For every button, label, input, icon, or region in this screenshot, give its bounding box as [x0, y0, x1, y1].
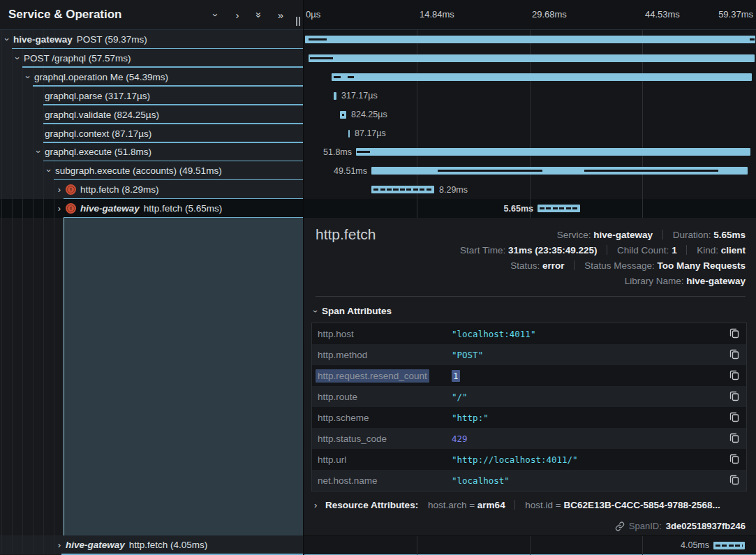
span-name: graphql.validate (824.25µs) [45, 110, 159, 120]
copy-icon[interactable] [728, 327, 741, 340]
bar-row [304, 30, 756, 49]
bar-duration-label: 5.65ms [504, 204, 533, 214]
span-name: subgraph.execute (accounts) (49.51ms) [55, 165, 222, 176]
meta-status-message: Too Many Requests [657, 260, 746, 271]
copy-icon[interactable] [728, 369, 741, 382]
tree-row[interactable]: › ! http.fetch (8.29ms) [0, 180, 304, 199]
bar-row: 8.29ms [304, 180, 756, 199]
copy-icon[interactable] [728, 348, 741, 361]
tree-row[interactable]: graphql.context (87.17µs) [0, 124, 304, 143]
meta-child-count: 1 [672, 245, 677, 256]
span-bar[interactable] [305, 36, 755, 43]
tree-row[interactable]: › subgraph.execute (accounts) (49.51ms) [0, 161, 304, 180]
expand-all-icon[interactable]: » [276, 10, 286, 20]
bar-duration-label: 4.05ms [681, 540, 709, 550]
span-name: POST (59.37ms) [77, 34, 147, 45]
tick-label: 14.84ms [420, 9, 454, 20]
span-bar[interactable] [356, 148, 750, 156]
attribute-value: "http://localhost:4011/" [452, 454, 578, 465]
chevron-right-icon[interactable]: › [55, 203, 64, 214]
tree-row[interactable]: › POST /graphql (57.57ms) [0, 49, 304, 68]
span-bar[interactable] [371, 167, 748, 175]
panel-resize-handle[interactable] [296, 17, 302, 26]
meta-start-time: 31ms (23:35:49.225) [508, 245, 598, 256]
copy-icon[interactable] [728, 411, 741, 424]
bar-row: 87.17µs [304, 124, 756, 143]
tree-row-root[interactable]: › hive-gateway POST (59.37ms) [0, 30, 304, 49]
span-bar[interactable] [371, 186, 434, 193]
bar-duration-label: 824.25µs [351, 110, 387, 119]
collapse-one-icon[interactable]: › [211, 10, 221, 20]
span-bar[interactable] [538, 205, 580, 212]
bar-duration-label: 87.17µs [355, 128, 386, 138]
chevron-down-icon[interactable]: › [13, 53, 22, 64]
gridline [530, 536, 531, 555]
link-icon[interactable] [615, 521, 625, 531]
bar-duration-label: 51.8ms [323, 147, 352, 157]
span-meta: Service: hive-gateway Duration: 5.65ms S… [460, 228, 746, 289]
attribute-key: http.route [318, 392, 357, 402]
row-underline [43, 123, 304, 124]
span-id-value: 3de02518937fb246 [666, 521, 746, 531]
span-name: graphql.context (87.17µs) [45, 128, 151, 139]
attribute-key: http.url [318, 454, 346, 465]
tree-row[interactable]: graphql.parse (317.17µs) [0, 87, 304, 105]
copy-icon[interactable] [728, 432, 741, 445]
row-underline [43, 104, 304, 105]
attribute-key: http.method [318, 350, 367, 360]
tree-row[interactable]: graphql.validate (824.25µs) [0, 105, 304, 124]
copy-icon[interactable] [728, 453, 741, 466]
timeline-ruler: 0µs 14.84ms 29.68ms 44.53ms 59.37ms [304, 0, 756, 30]
span-name: POST /graphql (57.57ms) [24, 53, 131, 64]
copy-icon[interactable] [728, 390, 741, 403]
expanded-span-region [64, 218, 304, 535]
panel-title: Service & Operation [0, 8, 122, 22]
divider [316, 296, 746, 297]
chevron-down-icon[interactable]: › [24, 72, 32, 82]
tree-row[interactable]: › hive-gateway http.fetch (4.05ms) [0, 535, 304, 554]
copy-icon[interactable] [728, 474, 741, 487]
chevron-down-icon[interactable]: › [34, 147, 43, 157]
attribute-row: http.scheme "http:" [312, 407, 746, 428]
row-underline [54, 179, 304, 181]
attribute-value: "localhost:4011" [452, 329, 535, 339]
row-underline [64, 198, 304, 200]
span-bar[interactable] [340, 111, 346, 119]
row-underline [43, 161, 304, 162]
expand-one-icon[interactable]: › [232, 10, 242, 20]
span-name: http.fetch (4.05ms) [129, 540, 208, 550]
attribute-key: http.request.resend_count [318, 371, 429, 381]
span-bar[interactable] [348, 130, 350, 138]
attribute-value: "POST" [452, 350, 483, 360]
collapse-all-icon[interactable]: » [254, 10, 264, 20]
attribute-key: http.scheme [318, 413, 369, 423]
span-bar[interactable] [332, 73, 752, 81]
tree-row[interactable]: › graphql.execute (51.8ms) [0, 142, 304, 161]
resource-attr-key: host.arch [428, 500, 467, 510]
attribute-row: http.route "/" [312, 386, 746, 407]
attribute-row: net.host.name "localhost" [312, 470, 746, 491]
attribute-key: net.host.name [318, 475, 378, 486]
span-bar[interactable] [309, 54, 755, 62]
trace-viewer: › hive-gateway POST (59.37ms) › POST /gr… [0, 0, 756, 555]
bar-duration-label: 8.29ms [439, 185, 468, 195]
row-underline [33, 85, 304, 87]
attribute-value: 1 [452, 371, 460, 381]
tree-row-selected[interactable]: › ! hive-gateway http.fetch (5.65ms) [0, 199, 304, 218]
chevron-down-icon[interactable]: › [3, 34, 11, 45]
bar-row [304, 49, 756, 68]
tree-panel-header: Service & Operation › › » » [0, 0, 304, 30]
chevron-right-icon[interactable]: › [55, 540, 64, 550]
chevron-down-icon[interactable]: › [45, 165, 53, 176]
span-bar[interactable] [713, 542, 745, 549]
error-icon: ! [66, 184, 76, 195]
span-bar[interactable] [334, 92, 336, 100]
meta-service: hive-gateway [593, 230, 653, 240]
chevron-right-icon[interactable]: › [55, 184, 64, 195]
span-attributes-header[interactable]: ›Span Attributes [314, 306, 392, 316]
tree-row[interactable]: › graphql.operation Me (54.39ms) [0, 68, 304, 87]
resource-attr-key: host.id [525, 500, 553, 510]
span-detail-panel: http.fetch Service: hive-gateway Duratio… [304, 218, 756, 535]
meta-status: error [542, 260, 565, 271]
resource-attributes-row[interactable]: › Resource Attributes: host.arch = arm64… [314, 500, 746, 510]
